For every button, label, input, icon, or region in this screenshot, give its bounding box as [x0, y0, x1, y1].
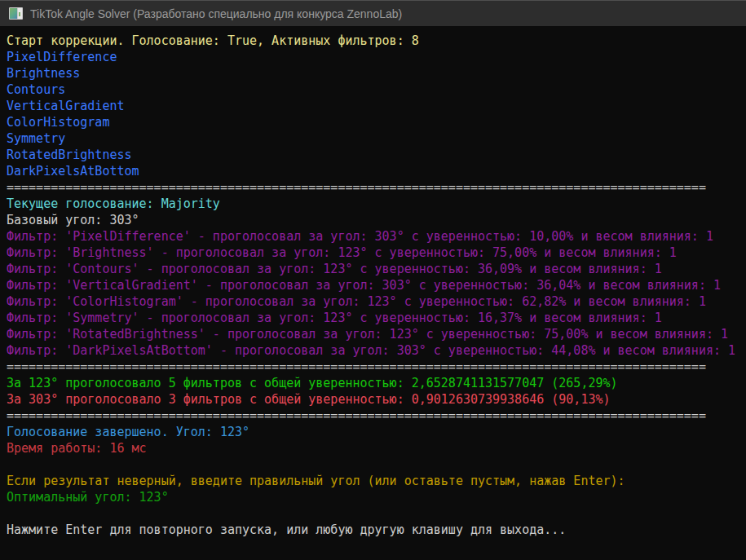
console-line: DarkPixelsAtBottom [7, 163, 746, 179]
console-line: ========================================… [7, 179, 746, 196]
console-line: VerticalGradient [7, 98, 746, 114]
console-line: Contours [7, 82, 746, 98]
console-line: Фильтр: 'PixelDifference' - проголосовал… [7, 228, 746, 245]
console-output[interactable]: Старт коррекции. Голосование: True, Акти… [0, 26, 746, 560]
console-line: Фильтр: 'VerticalGradient' - проголосова… [7, 277, 746, 293]
console-line: Фильтр: 'Brightness' - проголосовал за у… [7, 245, 746, 261]
console-line [7, 505, 746, 522]
console-line: Если результат неверный, введите правиль… [7, 473, 746, 489]
console-line: ========================================… [7, 359, 746, 375]
console-line: Время работы: 16 мс [7, 440, 746, 456]
console-line: RotatedBrightness [7, 147, 746, 163]
app-icon-image [10, 8, 17, 19]
console-line: Нажмите Enter для повторного запуска, ил… [7, 522, 746, 538]
console-line: ColorHistogram [7, 114, 746, 130]
console-line: Фильтр: 'Symmetry' - проголосовал за уго… [7, 310, 746, 326]
console-line: Базовый угол: 303° [7, 212, 746, 228]
console-line: Фильтр: 'Contours' - проголосовал за уго… [7, 261, 746, 277]
console-line: Голосование завершено. Угол: 123° [7, 424, 746, 440]
window-title: TikTok Angle Solver (Разработано специал… [30, 7, 402, 20]
title-bar[interactable]: TikTok Angle Solver (Разработано специал… [0, 0, 746, 26]
console-line: PixelDifference [7, 49, 746, 65]
console-line [7, 456, 746, 473]
console-line: За 303° проголосовало 3 фильтров с общей… [7, 391, 746, 408]
console-line: Фильтр: 'ColorHistogram' - проголосовал … [7, 293, 746, 310]
console-line: Фильтр: 'RotatedBrightness' - проголосов… [7, 326, 746, 342]
console-line: ========================================… [7, 408, 746, 424]
console-line: Brightness [7, 65, 746, 82]
console-window: TikTok Angle Solver (Разработано специал… [0, 0, 746, 560]
console-line: Текущее голосование: Majority [7, 196, 746, 212]
app-icon [9, 7, 23, 20]
console-line: За 123° проголосовало 5 фильтров с общей… [7, 375, 746, 391]
console-line: Оптимальный угол: 123° [7, 489, 746, 505]
app-icon-panel [18, 8, 22, 19]
console-line: Symmetry [7, 130, 746, 147]
console-line: Старт коррекции. Голосование: True, Акти… [7, 33, 746, 49]
console-line: Фильтр: 'DarkPixelsAtBottom' - проголосо… [7, 342, 746, 359]
